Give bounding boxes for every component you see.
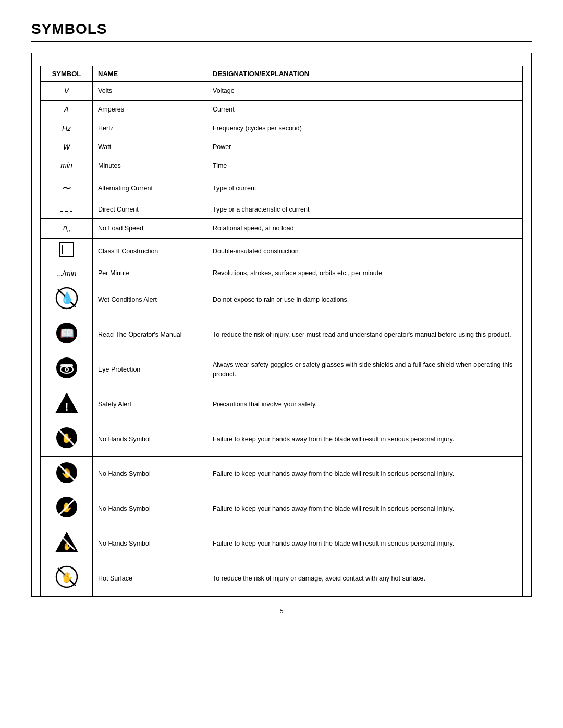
name-cell: No Hands Symbol xyxy=(93,422,207,456)
name-cell: No Hands Symbol xyxy=(93,491,207,526)
table-row: ∼Alternating CurrentType of current xyxy=(41,175,523,201)
no-hands-2-icon: 🤚 xyxy=(55,461,79,485)
eye-protection-icon xyxy=(55,356,79,380)
explanation-cell: To reduce the risk of injury or damage, … xyxy=(207,561,523,596)
symbol-cell: ! xyxy=(41,387,93,422)
table-row: Direct CurrentType or a characteristic o… xyxy=(41,201,523,219)
wet-conditions-icon: 💧 xyxy=(55,286,79,310)
name-cell: Safety Alert xyxy=(93,387,207,422)
name-cell: Amperes xyxy=(93,100,207,119)
title-rule xyxy=(31,41,532,42)
dc-symbol xyxy=(59,209,74,213)
explanation-cell: Failure to keep your hands away from the… xyxy=(207,526,523,561)
safety-alert-icon: ! xyxy=(55,391,79,415)
name-cell: No Hands Symbol xyxy=(93,526,207,561)
name-cell: Eye Protection xyxy=(93,352,207,387)
explanation-cell: Failure to keep your hands away from the… xyxy=(207,422,523,456)
symbol-cell xyxy=(41,201,93,219)
name-cell: Read The Operator's Manual xyxy=(93,317,207,352)
explanation-cell: Type or a characteristic of current xyxy=(207,201,523,219)
explanation-cell: Double-insulated construction xyxy=(207,238,523,264)
explanation-cell: Revolutions, strokes, surface speed, orb… xyxy=(207,264,523,282)
symbols-table: SYMBOL NAME DESIGNATION/EXPLANATION VVol… xyxy=(40,66,523,596)
symbol-cell: ∼ xyxy=(41,175,93,201)
table-row: Class II ConstructionDouble-insulated co… xyxy=(41,238,523,264)
symbol-text: V xyxy=(64,87,69,95)
name-cell: Wet Conditions Alert xyxy=(93,282,207,317)
symbol-cell xyxy=(41,238,93,264)
col-explanation: DESIGNATION/EXPLANATION xyxy=(207,66,523,82)
explanation-cell: Always wear safety goggles or safety gla… xyxy=(207,352,523,387)
explanation-cell: Power xyxy=(207,138,523,156)
explanation-cell: Failure to keep your hands away from the… xyxy=(207,456,523,491)
svg-point-8 xyxy=(66,368,68,371)
class2-symbol xyxy=(59,242,74,257)
svg-rect-9 xyxy=(60,364,73,367)
explanation-cell: Type of current xyxy=(207,175,523,201)
col-symbol: SYMBOL xyxy=(41,66,93,82)
explanation-cell: Voltage xyxy=(207,82,523,101)
table-row: 🖐 Hot SurfaceTo reduce the risk of injur… xyxy=(41,561,523,596)
name-cell: Direct Current xyxy=(93,201,207,219)
symbol-cell: ✋ xyxy=(41,526,93,561)
name-cell: No Load Speed xyxy=(93,218,207,238)
explanation-cell: Time xyxy=(207,156,523,175)
symbol-text: W xyxy=(63,143,70,151)
table-row: ✋ No Hands SymbolFailure to keep your ha… xyxy=(41,422,523,456)
name-cell: Per Minute xyxy=(93,264,207,282)
table-row: WWattPower xyxy=(41,138,523,156)
symbol-cell: ✋ xyxy=(41,422,93,456)
symbol-cell: no xyxy=(41,218,93,238)
symbol-cell: min xyxy=(41,156,93,175)
table-row: .../minPer MinuteRevolutions, strokes, s… xyxy=(41,264,523,282)
hot-surface-icon: 🖐 xyxy=(55,565,79,589)
table-row: Eye ProtectionAlways wear safety goggles… xyxy=(41,352,523,387)
symbol-cell: 📖 xyxy=(41,317,93,352)
name-cell: Alternating Current xyxy=(93,175,207,201)
page-title: SYMBOLS xyxy=(31,21,532,38)
read-manual-icon: 📖 xyxy=(55,321,79,345)
symbol-cell: V xyxy=(41,82,93,101)
symbol-cell: Hz xyxy=(41,119,93,138)
svg-text:📖: 📖 xyxy=(59,326,74,340)
no-load-symbol: no xyxy=(63,224,70,232)
explanation-cell: Frequency (cycles per second) xyxy=(207,119,523,138)
table-row: HzHertzFrequency (cycles per second) xyxy=(41,119,523,138)
explanation-cell: Current xyxy=(207,100,523,119)
table-row: VVoltsVoltage xyxy=(41,82,523,101)
name-cell: Hot Surface xyxy=(93,561,207,596)
symbol-text: min xyxy=(60,161,72,169)
table-row: 🤚 No Hands SymbolFailure to keep your ha… xyxy=(41,456,523,491)
name-cell: Class II Construction xyxy=(93,238,207,264)
col-name: NAME xyxy=(93,66,207,82)
symbol-cell: A xyxy=(41,100,93,119)
svg-text:🖐: 🖐 xyxy=(61,572,73,583)
symbol-cell: ✋ xyxy=(41,491,93,526)
no-hands-3-icon: ✋ xyxy=(55,495,79,519)
symbol-text: A xyxy=(64,105,69,114)
explanation-cell: Do not expose to rain or use in damp loc… xyxy=(207,282,523,317)
svg-text:!: ! xyxy=(65,400,68,413)
ac-symbol: ∼ xyxy=(62,180,72,194)
name-cell: No Hands Symbol xyxy=(93,456,207,491)
explanation-cell: Failure to keep your hands away from the… xyxy=(207,491,523,526)
symbol-cell: .../min xyxy=(41,264,93,282)
content-box: SYMBOL NAME DESIGNATION/EXPLANATION VVol… xyxy=(31,53,532,597)
explanation-cell: To reduce the risk of injury, user must … xyxy=(207,317,523,352)
page-number: 5 xyxy=(31,607,532,615)
symbol-text: Hz xyxy=(62,124,71,132)
name-cell: Minutes xyxy=(93,156,207,175)
svg-text:💧: 💧 xyxy=(59,291,74,305)
name-cell: Watt xyxy=(93,138,207,156)
symbol-cell xyxy=(41,352,93,387)
explanation-cell: Rotational speed, at no load xyxy=(207,218,523,238)
table-row: ✋ No Hands SymbolFailure to keep your ha… xyxy=(41,491,523,526)
table-row: ! Safety AlertPrecautions that involve y… xyxy=(41,387,523,422)
table-row: 📖 Read The Operator's ManualTo reduce th… xyxy=(41,317,523,352)
no-hands-1-icon: ✋ xyxy=(55,426,79,450)
symbol-text: .../min xyxy=(56,269,76,277)
table-header-row: SYMBOL NAME DESIGNATION/EXPLANATION xyxy=(41,66,523,82)
symbol-cell: W xyxy=(41,138,93,156)
table-row: 💧 Wet Conditions AlertDo not expose to r… xyxy=(41,282,523,317)
symbol-cell: 🖐 xyxy=(41,561,93,596)
